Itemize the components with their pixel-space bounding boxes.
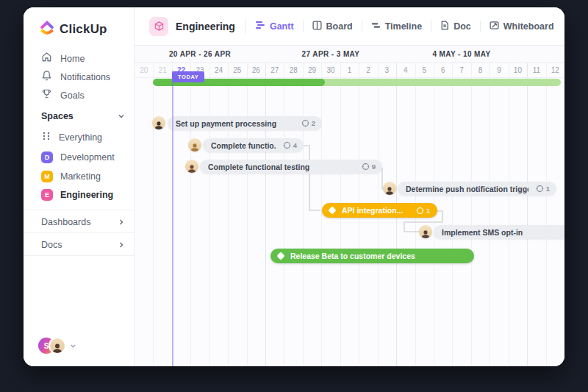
task-bar-complete-functional-testing[interactable]: Complete functional testing 9 [200,160,382,174]
assignee-avatar[interactable] [185,160,198,173]
subtask-count: 2 [294,119,315,127]
chevron-right-icon [118,215,125,229]
space-badge: E [41,189,53,201]
gantt-icon [255,20,265,33]
sidebar-item-label: Home [60,54,85,64]
sidebar-divider [24,255,134,256]
board-icon [312,20,322,33]
task-label: API integration... [342,206,403,215]
whiteboard-icon [490,20,499,33]
sidebar-item-home[interactable]: Home [24,49,134,68]
sidebar-item-docs[interactable]: Docs [41,238,125,252]
task-label: Complete functional testing [208,163,309,171]
tab-whiteboard[interactable]: Whiteboard [490,20,554,33]
clickup-logo[interactable]: ClickUp [40,19,107,40]
toolbar-divider [303,21,304,32]
assignee-avatar[interactable] [383,182,396,195]
task-label: Complete functio... [211,141,276,150]
spaces-header-label: Spaces [41,111,74,121]
subtask-count: 1 [528,185,550,193]
sidebar-divider [24,210,134,210]
logo-wordmark: ClickUp [60,22,107,37]
sidebar-item-goals[interactable]: Goals [24,86,134,104]
milestone-bar-api-integration[interactable]: API integration... 1 [322,203,437,218]
tab-label: Timeline [385,21,422,32]
space-label: Everything [59,132,102,143]
gantt-chart: 20 APR - 26 APR 27 APR - 3 MAY 4 MAY - 1… [135,46,564,366]
project-progress-bar[interactable] [153,79,561,86]
sidebar-item-notifications[interactable]: Notifications [24,68,134,86]
task-bar-determine-push-notification-triggers[interactable]: Determine push notification triggers 1 [398,182,556,196]
subtask-count: 9 [354,163,376,171]
space-label: Development [60,152,115,163]
task-bar-set-up-payment-processing[interactable]: Set up payment processing 2 [168,116,322,130]
tab-label: Whiteboard [503,21,554,32]
timeline-icon [371,20,381,33]
toolbar-divider [362,21,362,32]
toolbar-divider [480,21,481,32]
doc-icon [440,20,449,33]
bell-icon [41,70,52,84]
sidebar-link-label: Dashboards [41,217,90,227]
sidebar-item-marketing[interactable]: M Marketing [24,168,134,185]
sidebar-item-label: Goals [60,90,85,101]
main-panel: Engineering Gantt [135,7,564,366]
trophy-icon [41,88,52,102]
tab-gantt[interactable]: Gantt [255,20,294,33]
tab-label: Board [326,21,353,32]
space-badge: D [41,152,53,163]
today-marker-line [172,71,173,366]
sidebar: ClickUp Home Notifications [24,7,135,366]
milestone-diamond-icon [328,206,336,214]
chevron-right-icon [118,238,125,252]
tab-board[interactable]: Board [312,20,353,33]
toolbar-divider [431,21,431,32]
task-label: Implement SMS opt-in [442,228,523,237]
sidebar-item-engineering[interactable]: E Engineering [24,186,134,204]
subtask-count: 1 [409,207,430,215]
toolbar-divider [245,19,245,34]
assignee-avatar[interactable] [188,138,201,152]
home-icon [41,51,52,65]
spaces-section-header[interactable]: Spaces [41,110,125,123]
assignee-avatar[interactable] [152,116,165,129]
task-label: Set up payment processing [176,119,276,128]
grid-dots-icon [41,131,51,144]
task-bar-implement-sms-opt-in[interactable]: Implement SMS opt-in [434,225,564,239]
today-badge: TODAY [172,71,204,82]
user-account[interactable]: S [38,337,76,354]
space-badge: M [41,171,53,182]
sidebar-item-development[interactable]: D Development [24,149,134,166]
chevron-down-icon [70,339,76,352]
sidebar-divider [24,232,134,233]
clickup-logo-icon [40,19,54,40]
tab-label: Gantt [270,21,294,32]
sidebar-item-label: Notifications [60,72,110,82]
chevron-down-icon [118,110,125,123]
task-bar-complete-functio[interactable]: Complete functio... 4 [203,138,304,152]
page-title: Engineering [176,21,235,32]
sidebar-item-dashboards[interactable]: Dashboards [41,215,125,229]
tab-doc[interactable]: Doc [440,20,471,33]
milestone-diamond-icon [276,252,284,260]
tab-label: Doc [453,21,471,32]
subtask-count: 4 [276,141,297,149]
space-label: Engineering [60,190,113,200]
sidebar-link-label: Docs [41,240,62,250]
sidebar-item-everything[interactable]: Everything [24,129,134,146]
app-window: ClickUp Home Notifications [24,7,564,366]
user-avatar [49,337,66,354]
task-label: Release Beta to customer devices [290,252,415,260]
project-cube-icon [149,17,168,36]
assignee-avatar[interactable] [419,225,432,238]
space-label: Marketing [60,171,101,182]
tab-timeline[interactable]: Timeline [371,20,422,33]
task-label: Determine push notification triggers [406,185,528,193]
view-toolbar: Engineering Gantt [135,7,564,46]
milestone-bar-release-beta[interactable]: Release Beta to customer devices [270,249,474,263]
